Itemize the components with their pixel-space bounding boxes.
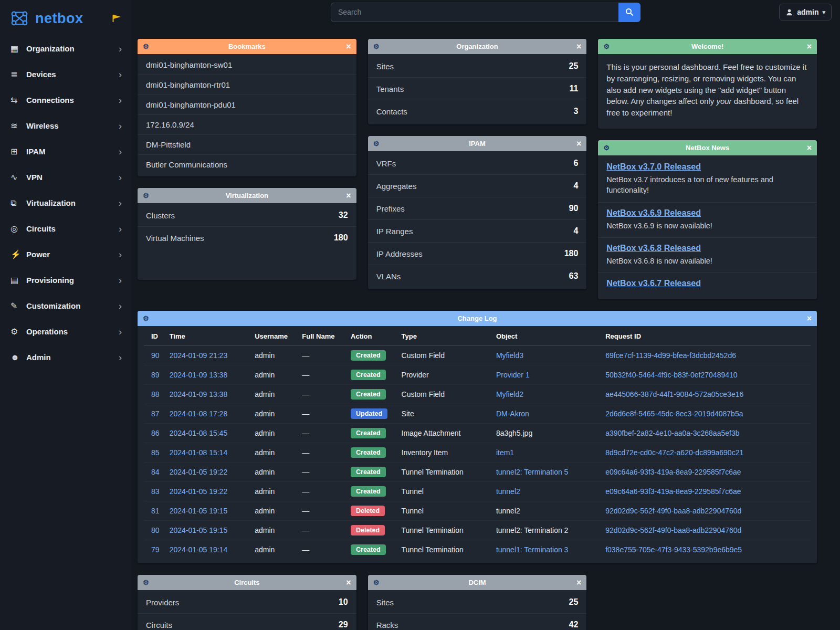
sidebar-item-organization[interactable]: ▦ Organization › bbox=[0, 36, 131, 61]
stat-row[interactable]: Circuits 29 bbox=[138, 613, 356, 630]
news-headline-link[interactable]: NetBox v3.6.7 Released bbox=[606, 279, 701, 288]
changelog-time-link[interactable]: 2024-01-08 17:28 bbox=[170, 410, 228, 418]
sidebar-item-admin[interactable]: ☻ Admin › bbox=[0, 344, 131, 370]
bookmark-item[interactable]: DM-Pittsfield bbox=[138, 134, 356, 154]
changelog-request-id-link[interactable]: 69fce7cf-1139-4d99-bfea-f3dcbd2452d6 bbox=[605, 351, 736, 360]
sidebar-item-wireless[interactable]: ≋ Wireless › bbox=[0, 113, 131, 139]
changelog-object[interactable]: Myfield2 bbox=[496, 390, 523, 398]
changelog-time-link[interactable]: 2024-01-08 15:14 bbox=[170, 448, 228, 457]
stat-row[interactable]: Clusters 32 bbox=[138, 204, 356, 226]
gear-icon[interactable]: ⚙ bbox=[373, 579, 382, 586]
changelog-object[interactable]: tunnel2: Termination 5 bbox=[496, 468, 569, 476]
changelog-id-link[interactable]: 80 bbox=[151, 526, 160, 534]
stat-row[interactable]: Aggregates 4 bbox=[368, 174, 587, 197]
changelog-id-link[interactable]: 79 bbox=[151, 545, 160, 554]
sidebar-item-provisioning[interactable]: ▤ Provisioning › bbox=[0, 267, 131, 293]
sidebar-item-connections[interactable]: ⇆ Connections › bbox=[0, 87, 131, 113]
stat-row[interactable]: IP Addresses 180 bbox=[368, 242, 587, 265]
close-icon[interactable]: × bbox=[343, 579, 351, 587]
changelog-id-link[interactable]: 86 bbox=[151, 429, 160, 437]
news-headline-link[interactable]: NetBox v3.7.0 Released bbox=[606, 162, 701, 172]
sidebar-item-customization[interactable]: ✎ Customization › bbox=[0, 293, 131, 319]
changelog-id-link[interactable]: 89 bbox=[151, 371, 160, 379]
bookmark-item[interactable]: 172.16.0.9/24 bbox=[138, 114, 356, 134]
sidebar-item-ipam[interactable]: ⊞ IPAM › bbox=[0, 139, 131, 164]
sidebar-item-devices[interactable]: ≣ Devices › bbox=[0, 61, 131, 87]
sidebar-item-power[interactable]: ⚡ Power › bbox=[0, 242, 131, 267]
changelog-time-link[interactable]: 2024-01-09 13:38 bbox=[170, 371, 228, 379]
changelog-time-link[interactable]: 2024-01-08 15:45 bbox=[170, 429, 228, 437]
gear-icon[interactable]: ⚙ bbox=[603, 43, 612, 50]
close-icon[interactable]: × bbox=[343, 43, 351, 51]
changelog-object[interactable]: Provider 1 bbox=[496, 371, 530, 379]
changelog-request-id-link[interactable]: a390fbef-2a82-4e10-aa0a-3c268aa5ef3b bbox=[605, 429, 739, 437]
gear-icon[interactable]: ⚙ bbox=[143, 43, 151, 50]
sidebar-item-operations[interactable]: ⚙ Operations › bbox=[0, 319, 131, 344]
changelog-request-id-link[interactable]: 50b32f40-5464-4f9c-b83f-0ef270489410 bbox=[605, 371, 737, 379]
bookmark-item[interactable]: Butler Communications bbox=[138, 154, 356, 174]
changelog-request-id-link[interactable]: 2d6d6e8f-5465-45dc-8ec3-2019d4087b5a bbox=[605, 410, 743, 418]
changelog-id-link[interactable]: 84 bbox=[151, 468, 160, 476]
stat-row[interactable]: Virtual Machines 180 bbox=[138, 226, 356, 249]
sidebar-item-vpn[interactable]: ∿ VPN › bbox=[0, 164, 131, 190]
close-icon[interactable]: × bbox=[803, 43, 812, 51]
sidebar-item-virtualization[interactable]: ⧉ Virtualization › bbox=[0, 190, 131, 216]
gear-icon[interactable]: ⚙ bbox=[373, 140, 382, 148]
search-button[interactable] bbox=[618, 3, 640, 22]
stat-row[interactable]: VLANs 63 bbox=[368, 265, 587, 287]
changelog-id-link[interactable]: 85 bbox=[151, 448, 160, 457]
changelog-time-link[interactable]: 2024-01-05 19:15 bbox=[170, 507, 228, 515]
pennant-icon[interactable] bbox=[111, 14, 122, 23]
changelog-request-id-link[interactable]: 92d02d9c-562f-49f0-baa8-adb22904760d bbox=[605, 526, 741, 534]
stat-row[interactable]: Racks 42 bbox=[368, 613, 587, 630]
gear-icon[interactable]: ⚙ bbox=[603, 144, 612, 152]
changelog-request-id-link[interactable]: ae445066-387d-44f1-9084-572a05ce3e16 bbox=[605, 390, 743, 398]
changelog-id-link[interactable]: 83 bbox=[151, 487, 160, 496]
close-icon[interactable]: × bbox=[803, 144, 812, 152]
stat-row[interactable]: Sites 25 bbox=[368, 55, 587, 77]
changelog-request-id-link[interactable]: f038e755-705e-47f3-9433-5392b9e6b9e5 bbox=[605, 545, 742, 554]
changelog-id-link[interactable]: 87 bbox=[151, 410, 160, 418]
close-icon[interactable]: × bbox=[573, 43, 581, 51]
user-menu-button[interactable]: admin ▾ bbox=[779, 4, 832, 20]
news-headline-link[interactable]: NetBox v3.6.8 Released bbox=[606, 244, 701, 253]
sidebar-item-circuits[interactable]: ◎ Circuits › bbox=[0, 216, 131, 242]
news-headline-link[interactable]: NetBox v3.6.9 Released bbox=[606, 208, 701, 218]
bookmark-item[interactable]: dmi01-binghamton-sw01 bbox=[138, 55, 356, 75]
close-icon[interactable]: × bbox=[343, 192, 351, 200]
changelog-time-link[interactable]: 2024-01-09 13:38 bbox=[170, 390, 228, 398]
changelog-id-link[interactable]: 88 bbox=[151, 390, 160, 398]
stat-row[interactable]: Tenants 11 bbox=[368, 77, 587, 100]
brand-logo[interactable]: netbox bbox=[0, 0, 131, 36]
changelog-request-id-link[interactable]: e09c64a6-93f3-419a-8ea9-229585f7c6ae bbox=[605, 487, 741, 496]
changelog-time-link[interactable]: 2024-01-05 19:22 bbox=[170, 487, 228, 496]
close-icon[interactable]: × bbox=[803, 314, 812, 323]
stat-row[interactable]: Providers 10 bbox=[138, 591, 356, 613]
changelog-object[interactable]: DM-Akron bbox=[496, 410, 529, 418]
changelog-object[interactable]: Myfield3 bbox=[496, 351, 523, 360]
changelog-object[interactable]: item1 bbox=[496, 448, 514, 457]
stat-row[interactable]: VRFs 6 bbox=[368, 152, 587, 174]
close-icon[interactable]: × bbox=[573, 140, 581, 148]
gear-icon[interactable]: ⚙ bbox=[373, 43, 382, 50]
changelog-time-link[interactable]: 2024-01-05 19:22 bbox=[170, 468, 228, 476]
stat-row[interactable]: Sites 25 bbox=[368, 591, 587, 613]
changelog-object[interactable]: tunnel1: Termination 3 bbox=[496, 545, 569, 554]
search-input[interactable] bbox=[331, 3, 618, 22]
changelog-id-link[interactable]: 90 bbox=[151, 351, 160, 360]
changelog-time-link[interactable]: 2024-01-05 19:15 bbox=[170, 526, 228, 534]
changelog-request-id-link[interactable]: 8d9cd72e-cd0c-47c2-a620-dc899a690c21 bbox=[605, 448, 743, 457]
changelog-time-link[interactable]: 2024-01-09 21:23 bbox=[170, 351, 228, 360]
bookmark-item[interactable]: dmi01-binghamton-rtr01 bbox=[138, 75, 356, 94]
changelog-request-id-link[interactable]: e09c64a6-93f3-419a-8ea9-229585f7c6ae bbox=[605, 468, 741, 476]
stat-row[interactable]: Contacts 3 bbox=[368, 100, 587, 122]
gear-icon[interactable]: ⚙ bbox=[143, 314, 151, 322]
bookmark-item[interactable]: dmi01-binghamton-pdu01 bbox=[138, 94, 356, 114]
gear-icon[interactable]: ⚙ bbox=[143, 192, 151, 200]
changelog-id-link[interactable]: 81 bbox=[151, 507, 160, 515]
changelog-object[interactable]: tunnel2 bbox=[496, 487, 520, 496]
changelog-request-id-link[interactable]: 92d02d9c-562f-49f0-baa8-adb22904760d bbox=[605, 507, 741, 515]
changelog-time-link[interactable]: 2024-01-05 19:14 bbox=[170, 545, 228, 554]
close-icon[interactable]: × bbox=[573, 579, 581, 587]
gear-icon[interactable]: ⚙ bbox=[143, 579, 151, 586]
